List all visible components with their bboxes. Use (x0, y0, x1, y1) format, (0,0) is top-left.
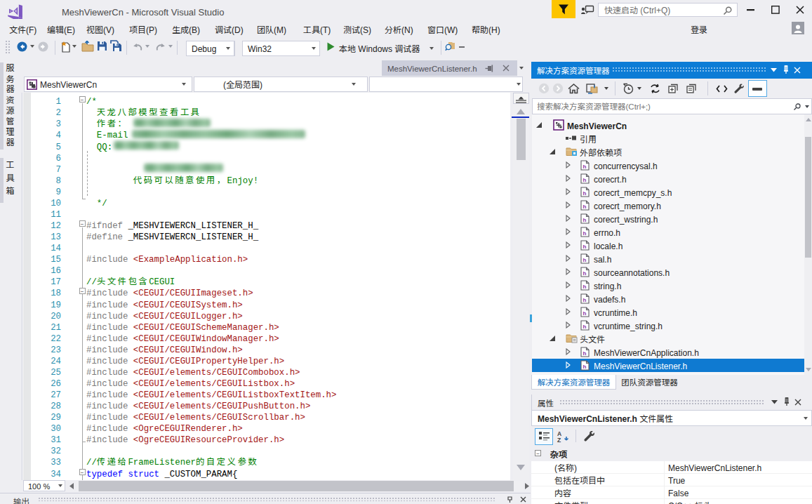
svg-text:h: h (583, 163, 587, 169)
svg-text:h: h (583, 296, 587, 303)
svg-text:h: h (583, 256, 587, 263)
svg-text:h: h (583, 283, 587, 289)
svg-text:h: h (583, 190, 587, 196)
svg-text:h: h (583, 310, 587, 316)
svg-text:h: h (583, 176, 587, 183)
svg-text:h: h (583, 323, 587, 329)
svg-text:h: h (583, 203, 587, 209)
svg-text:h: h (583, 216, 587, 223)
svg-text:h: h (583, 243, 587, 249)
svg-text:h: h (583, 270, 587, 276)
svg-text:h: h (583, 230, 587, 236)
svg-text:h: h (583, 363, 587, 369)
svg-text:Z: Z (557, 437, 561, 444)
svg-text:h: h (583, 350, 587, 356)
